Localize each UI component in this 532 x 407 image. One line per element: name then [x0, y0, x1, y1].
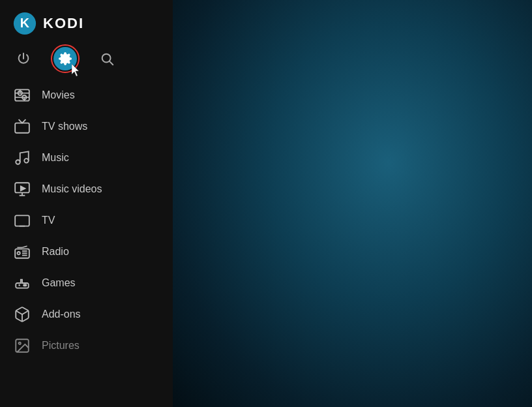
settings-button[interactable]	[53, 47, 77, 70]
sidebar-item-radio[interactable]: Radio	[0, 236, 173, 267]
pictures-icon	[13, 337, 31, 355]
svg-text:K: K	[20, 16, 30, 30]
svg-line-4	[110, 61, 113, 65]
tvshows-icon	[13, 117, 31, 136]
musicvideos-label: Music videos	[42, 183, 102, 195]
addons-label: Add-ons	[42, 309, 81, 320]
svg-point-33	[19, 342, 21, 344]
games-icon	[13, 274, 31, 292]
cursor-icon	[72, 64, 82, 77]
search-button[interactable]	[95, 47, 119, 70]
svg-rect-12	[15, 123, 29, 133]
tv-label: TV	[42, 215, 55, 226]
sidebar-item-pictures[interactable]: Pictures	[0, 330, 173, 361]
tv-icon	[13, 211, 31, 230]
movies-icon	[13, 86, 31, 104]
svg-point-23	[17, 252, 20, 254]
sidebar-item-games[interactable]: Games	[0, 267, 173, 299]
radio-label: Radio	[42, 246, 69, 258]
sidebar-item-tvshows[interactable]: TV shows	[0, 111, 173, 142]
gear-icon	[58, 52, 72, 66]
games-label: Games	[42, 277, 76, 289]
musicvideos-icon	[13, 180, 31, 198]
svg-point-30	[25, 284, 26, 286]
nav-list: Movies TV shows Music	[0, 80, 173, 407]
search-icon	[100, 52, 114, 66]
svg-marker-2	[72, 64, 79, 76]
pictures-label: Pictures	[42, 340, 80, 352]
app-title: KODI	[43, 15, 84, 32]
music-icon	[13, 149, 31, 167]
svg-point-13	[16, 160, 20, 164]
svg-marker-16	[21, 187, 25, 191]
music-label: Music	[42, 152, 69, 164]
power-button[interactable]	[12, 47, 35, 70]
sidebar-item-addons[interactable]: Add-ons	[0, 299, 173, 330]
logo-area: K KODI	[0, 0, 173, 42]
radio-icon	[13, 243, 31, 261]
movies-label: Movies	[42, 89, 75, 101]
sidebar-item-musicvideos[interactable]: Music videos	[0, 173, 173, 205]
sidebar: K KODI	[0, 0, 173, 407]
sidebar-item-tv[interactable]: TV	[0, 205, 173, 236]
sidebar-item-movies[interactable]: Movies	[0, 80, 173, 111]
sidebar-item-music[interactable]: Music	[0, 142, 173, 173]
main-content	[173, 0, 532, 407]
top-icon-bar	[0, 42, 173, 80]
svg-rect-7	[15, 89, 29, 100]
tvshows-label: TV shows	[42, 121, 87, 132]
svg-point-14	[24, 158, 29, 163]
addons-icon	[13, 305, 31, 324]
svg-rect-19	[15, 215, 29, 226]
kodi-logo-icon: K	[13, 12, 37, 35]
